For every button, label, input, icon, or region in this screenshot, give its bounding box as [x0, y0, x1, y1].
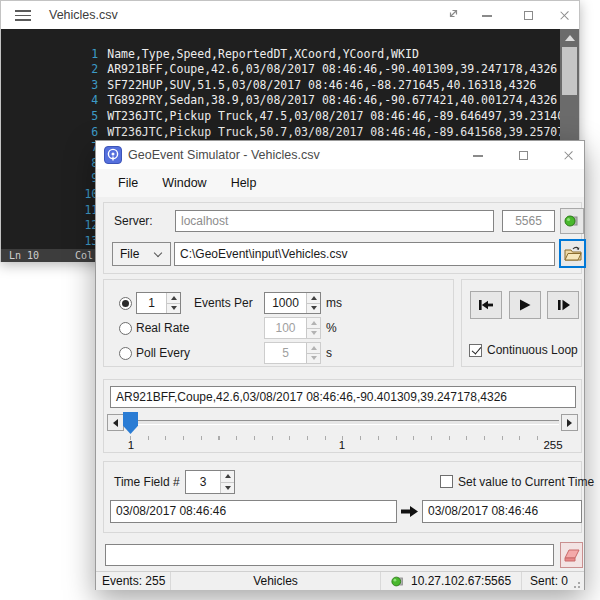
real-rate-radio[interactable]	[119, 322, 132, 335]
rate-group: 1 Events Per 1000 ms Real Rate 100 % Pol…	[103, 279, 454, 367]
poll-every-radio[interactable]	[119, 347, 132, 360]
editor-close-button[interactable]	[550, 5, 578, 25]
line-text: AR921BFF,Coupe,42.6,03/08/2017 08:46:46,…	[107, 62, 557, 76]
current-record-field[interactable]: AR921BFF,Coupe,42.6,03/08/2017 08:46:46,…	[110, 386, 576, 408]
line-text: TG892PRY,Sedan,38.9,03/08/2017 08:46:46,…	[107, 93, 557, 107]
step-forward-icon	[555, 298, 571, 312]
geoevent-simulator-window: GeoEvent Simulator - Vehicles.csv FileWi…	[95, 140, 585, 590]
continuous-loop-checkbox[interactable]	[469, 344, 482, 357]
spin-down-icon[interactable]	[167, 303, 180, 314]
menu-item[interactable]: Window	[158, 176, 210, 190]
spin-down-icon[interactable]	[221, 482, 234, 494]
slider-max-label: 255	[537, 439, 569, 451]
close-icon	[559, 10, 570, 21]
connection-group: Server: localhost 5565 File C:\GeoEvent\…	[103, 202, 582, 274]
simulator-maximize-button[interactable]	[509, 145, 537, 165]
editor-titlebar[interactable]: Vehicles.csv	[1, 1, 579, 29]
arrow-right-icon	[400, 504, 419, 519]
real-rate-label: Real Rate	[136, 321, 189, 335]
hamburger-menu-icon[interactable]	[15, 10, 31, 21]
browse-file-button[interactable]	[559, 239, 586, 268]
line-number: 5	[70, 109, 98, 125]
scrollbar-thumb[interactable]	[562, 47, 577, 95]
server-label: Server:	[114, 214, 153, 228]
spin-up-icon[interactable]	[221, 471, 234, 482]
play-button[interactable]	[509, 291, 541, 319]
skip-to-start-icon	[477, 298, 495, 312]
file-path-input[interactable]: C:\GeoEvent\input\Vehicles.csv	[174, 242, 555, 266]
open-folder-icon	[564, 246, 582, 261]
slider-track[interactable]	[125, 420, 559, 425]
spin-up-icon[interactable]	[167, 293, 180, 303]
csv-line: 1Name,Type,Speed,ReportedDT,XCoord,YCoor…	[1, 31, 579, 47]
time-field-group: Time Field # 3 Set value to Current Time…	[103, 461, 582, 533]
continuous-loop-label: Continuous Loop	[487, 343, 578, 357]
simulator-close-button[interactable]	[554, 145, 582, 165]
line-number: 1	[70, 47, 98, 63]
source-type-dropdown[interactable]: File	[112, 242, 171, 266]
dataset-pane: Vehicles	[171, 572, 381, 590]
playback-group: Continuous Loop	[461, 279, 582, 367]
resize-grip[interactable]	[573, 579, 582, 588]
simulator-titlebar[interactable]: GeoEvent Simulator - Vehicles.csv	[96, 141, 584, 169]
time-field-label: Time Field #	[114, 475, 180, 489]
events-count-pane: Events: 255	[96, 572, 171, 590]
server-input[interactable]: localhost	[175, 210, 494, 232]
set-current-time-checkbox[interactable]	[440, 475, 453, 488]
spin-up-icon[interactable]	[307, 293, 320, 303]
scroll-up-icon[interactable]	[565, 35, 575, 41]
editor-expand-button[interactable]	[439, 5, 467, 25]
line-number: 4	[70, 93, 98, 109]
port-input[interactable]: 5565	[502, 210, 555, 232]
slider-right-button[interactable]	[561, 414, 578, 431]
connection-status-icon	[564, 214, 580, 228]
events-per-label: Events Per	[194, 296, 253, 310]
slider-thumb[interactable]	[123, 412, 138, 434]
simulator-minimize-button[interactable]	[464, 145, 492, 165]
restart-button[interactable]	[470, 291, 502, 319]
line-text: WT236JTC,Pickup Truck,50.7,03/08/2017 08…	[107, 125, 579, 139]
step-button[interactable]	[547, 291, 579, 319]
events-per-radio[interactable]	[119, 297, 132, 310]
arrow-right-icon	[567, 419, 572, 427]
slider-left-button[interactable]	[107, 414, 124, 431]
poll-spinner: 5	[264, 342, 321, 364]
set-current-time-label: Set value to Current Time	[458, 475, 594, 489]
cursor-col-indicator: Col	[75, 249, 93, 262]
arrow-left-icon	[113, 419, 118, 427]
clear-button[interactable]	[560, 542, 583, 568]
endpoint-pane: 10.27.102.67:5565	[381, 572, 522, 590]
desktop: Vehicles.csv 1Name,Type,Speed,ReportedDT…	[0, 0, 600, 600]
editor-minimize-button[interactable]	[473, 5, 501, 25]
menu-item[interactable]: File	[114, 176, 142, 190]
line-number: 2	[70, 62, 98, 78]
spin-down-icon[interactable]	[307, 303, 320, 314]
record-group: AR921BFF,Coupe,42.6,03/08/2017 08:46:46,…	[103, 379, 582, 453]
line-number: 3	[70, 78, 98, 94]
time-to-field[interactable]: 03/08/2017 08:46:46	[422, 500, 582, 523]
geoevent-app-icon	[104, 146, 122, 164]
event-count-spinner[interactable]: 1	[136, 292, 181, 314]
line-number: 6	[70, 125, 98, 141]
cursor-line-indicator: Ln 10	[9, 249, 39, 262]
maximize-icon	[524, 11, 533, 20]
slider-min-label: 1	[123, 439, 139, 451]
editor-maximize-button[interactable]	[514, 5, 542, 25]
close-icon	[563, 150, 574, 161]
spin-down-icon	[307, 353, 320, 364]
menu-item[interactable]: Help	[227, 176, 261, 190]
time-field-spinner[interactable]: 3	[185, 470, 235, 494]
poll-unit-label: s	[326, 346, 332, 360]
line-text: Name,Type,Speed,ReportedDT,XCoord,YCoord…	[107, 47, 419, 61]
real-rate-spinner: 100	[264, 317, 321, 339]
simulator-window-title: GeoEvent Simulator - Vehicles.csv	[128, 141, 320, 169]
time-from-field[interactable]: 03/08/2017 08:46:46	[110, 500, 397, 523]
minimize-icon	[482, 15, 492, 17]
source-type-value: File	[120, 247, 139, 261]
simulator-statusbar: Events: 255 Vehicles 10.27.102.67:5565 S…	[96, 571, 584, 590]
connect-button[interactable]	[560, 208, 584, 234]
eraser-icon	[564, 549, 580, 562]
line-text: WT236JTC,Pickup Truck,47.5,03/08/2017 08…	[107, 109, 579, 123]
interval-spinner[interactable]: 1000	[264, 292, 321, 314]
real-rate-unit-label: %	[326, 321, 337, 335]
